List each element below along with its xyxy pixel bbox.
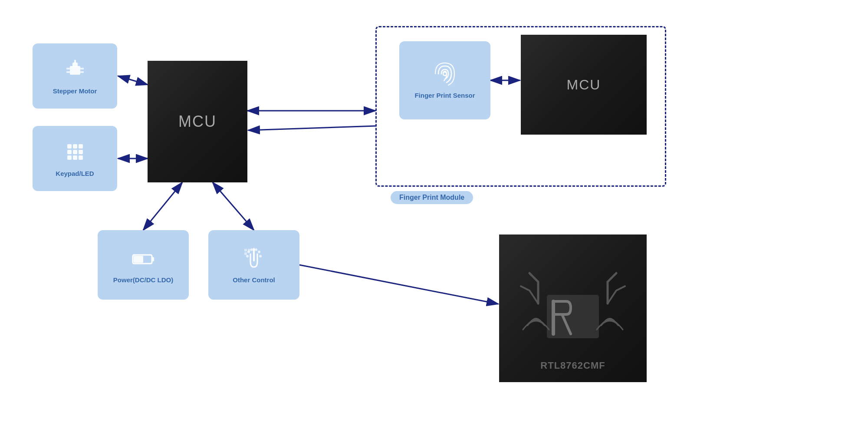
svg-rect-17 bbox=[67, 144, 72, 149]
rtl-chip-label: RTL8762CMF bbox=[540, 360, 605, 371]
touch-icon bbox=[241, 245, 267, 271]
fingerprint-icon bbox=[432, 61, 458, 87]
stepper-motor-box: Stepper Motor bbox=[33, 43, 117, 109]
keypad-led-label: Keypad/LED bbox=[56, 169, 94, 178]
svg-rect-35 bbox=[244, 249, 247, 251]
svg-rect-36 bbox=[248, 249, 250, 251]
svg-rect-20 bbox=[67, 150, 72, 154]
fp-module-label: Finger Print Module bbox=[391, 191, 473, 204]
keypad-led-box: Keypad/LED bbox=[33, 126, 117, 191]
other-control-label: Other Control bbox=[233, 276, 275, 284]
svg-line-2 bbox=[118, 76, 148, 85]
svg-point-32 bbox=[255, 248, 257, 251]
svg-rect-10 bbox=[70, 66, 80, 75]
svg-rect-21 bbox=[73, 150, 77, 154]
other-control-box: Other Control bbox=[208, 230, 299, 300]
svg-line-7 bbox=[299, 265, 498, 304]
stepper-motor-icon bbox=[62, 56, 88, 83]
keypad-icon bbox=[62, 139, 88, 165]
svg-point-31 bbox=[250, 248, 253, 251]
svg-rect-12 bbox=[74, 60, 76, 63]
svg-line-6 bbox=[213, 182, 254, 230]
svg-rect-19 bbox=[79, 144, 83, 149]
power-icon bbox=[130, 245, 156, 271]
mcu-fp-chip: MCU bbox=[521, 35, 647, 135]
power-label: Power(DC/DC LDO) bbox=[113, 276, 173, 284]
svg-rect-27 bbox=[152, 257, 154, 261]
mcu-fp-label: MCU bbox=[567, 77, 601, 93]
mcu-main-label: MCU bbox=[178, 112, 217, 131]
svg-rect-37 bbox=[244, 252, 247, 255]
svg-point-33 bbox=[258, 251, 260, 253]
svg-rect-22 bbox=[79, 150, 83, 154]
svg-rect-24 bbox=[73, 155, 77, 160]
finger-print-sensor-label: Finger Print Sensor bbox=[414, 91, 475, 100]
mcu-main-chip: MCU bbox=[148, 61, 247, 182]
svg-rect-25 bbox=[79, 155, 83, 160]
svg-point-29 bbox=[246, 255, 249, 258]
svg-rect-23 bbox=[67, 155, 72, 160]
rtl-logo-icon bbox=[516, 269, 629, 364]
svg-rect-13 bbox=[66, 68, 70, 69]
rtl-chip: RTL8762CMF bbox=[499, 234, 647, 382]
svg-rect-18 bbox=[73, 144, 77, 149]
power-box: Power(DC/DC LDO) bbox=[98, 230, 189, 300]
stepper-motor-label: Stepper Motor bbox=[53, 87, 97, 96]
svg-rect-14 bbox=[80, 68, 84, 69]
svg-rect-15 bbox=[66, 71, 70, 73]
diagram-container: Stepper Motor Keypad/LED MCU Power(DC/DC bbox=[0, 0, 868, 426]
svg-rect-28 bbox=[134, 256, 143, 263]
svg-line-9 bbox=[248, 126, 376, 130]
svg-rect-16 bbox=[80, 71, 84, 73]
svg-line-5 bbox=[143, 182, 182, 230]
finger-print-sensor-box: Finger Print Sensor bbox=[399, 41, 490, 119]
svg-point-34 bbox=[259, 255, 262, 258]
